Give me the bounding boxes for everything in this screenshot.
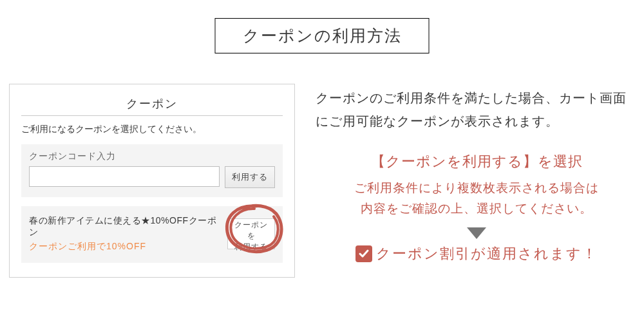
check-icon bbox=[355, 245, 372, 262]
coupon-item: 春の新作アイテムに使える★10%OFFクーポン クーポンご利用で10%OFF ク… bbox=[21, 206, 283, 263]
action-title: 【クーポンを利用する】を選択 bbox=[316, 152, 638, 171]
explanation-intro: クーポンのご利用条件を満たした場合、カート画面にご用可能なクーポンが表示されます… bbox=[316, 86, 638, 133]
coupon-item-desc: クーポンご利用で10%OFF bbox=[29, 241, 222, 253]
coupon-instruction: ご利用になるクーポンを選択してください。 bbox=[21, 124, 283, 135]
down-arrow-icon bbox=[316, 227, 638, 240]
coupon-item-name: 春の新作アイテムに使える★10%OFFクーポン bbox=[29, 215, 222, 238]
page-title: クーポンの利用方法 bbox=[215, 18, 430, 53]
result-text: クーポン割引が適用されます！ bbox=[376, 244, 598, 263]
coupon-code-input[interactable] bbox=[29, 166, 220, 187]
coupon-code-label: クーポンコード入力 bbox=[29, 151, 275, 162]
coupon-code-section: クーポンコード入力 利用する bbox=[21, 144, 283, 197]
svg-marker-0 bbox=[467, 227, 486, 239]
coupon-panel-heading: クーポン bbox=[21, 93, 283, 116]
action-note: ご利用条件により複数枚表示される場合は 内容をご確認の上、選択してください。 bbox=[316, 178, 638, 220]
use-coupon-button-line1: クーポンを bbox=[234, 220, 268, 240]
use-coupon-button-line2: 利用する bbox=[234, 242, 268, 251]
apply-code-button[interactable]: 利用する bbox=[225, 166, 275, 188]
explanation-column: クーポンのご利用条件を満たした場合、カート画面にご用可能なクーポンが表示されます… bbox=[316, 86, 638, 263]
coupon-panel: クーポン ご利用になるクーポンを選択してください。 クーポンコード入力 利用する… bbox=[9, 84, 295, 278]
use-coupon-button[interactable]: クーポンを 利用する bbox=[227, 218, 275, 249]
result-line: クーポン割引が適用されます！ bbox=[316, 244, 638, 263]
action-note-line2: 内容をご確認の上、選択してください。 bbox=[361, 202, 592, 215]
action-note-line1: ご利用条件により複数枚表示される場合は bbox=[354, 181, 599, 195]
